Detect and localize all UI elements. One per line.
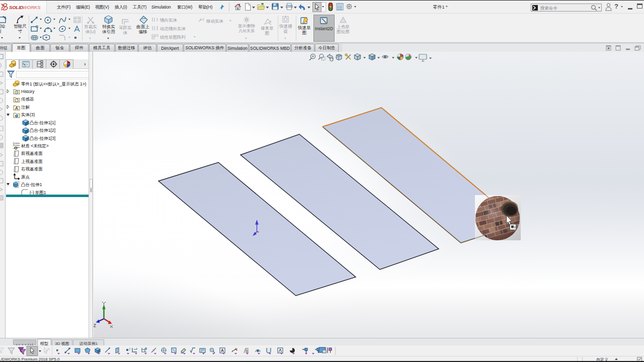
svg-text:WORKS: WORKS	[23, 5, 41, 10]
svg-text:SOLID: SOLID	[9, 5, 23, 10]
